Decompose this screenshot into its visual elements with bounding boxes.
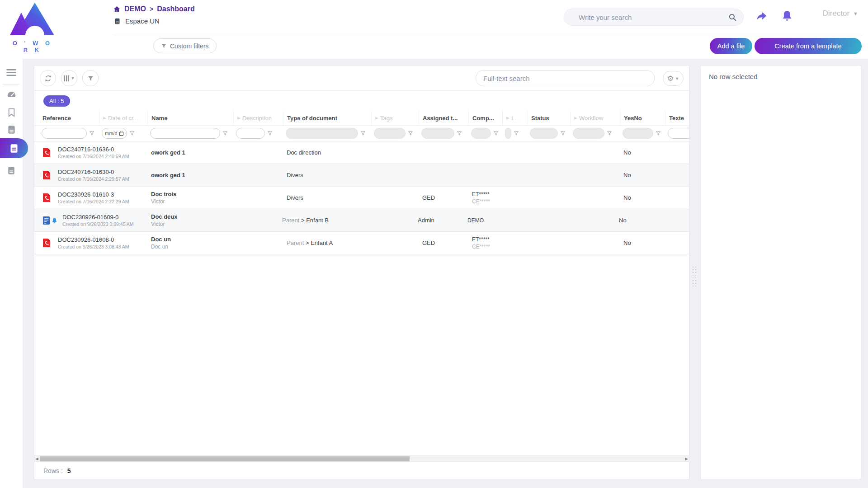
bookmark-icon <box>8 108 15 117</box>
notifications-button[interactable] <box>779 8 795 23</box>
filter-funnel-icon[interactable] <box>222 131 228 136</box>
all-rows-badge[interactable]: All : 5 <box>43 95 70 107</box>
breadcrumb-current[interactable]: Dashboard <box>157 5 195 13</box>
page: O ' W O R K DEMO > Dashboard Espace UN <box>0 0 868 488</box>
fulltext-search-input[interactable] <box>483 75 647 82</box>
horizontal-scrollbar[interactable]: ◀ ▶ <box>34 455 689 461</box>
columns-button[interactable]: ▼ <box>61 70 77 86</box>
global-search-input[interactable] <box>579 14 728 21</box>
table-row[interactable]: DOC240716-01630-0 Created on 7/16/2024 2… <box>34 164 689 187</box>
filter-funnel-icon <box>87 75 94 82</box>
filter-funnel-icon[interactable] <box>89 131 94 136</box>
hamburger-menu-icon <box>6 69 16 76</box>
column-header-type[interactable]: Type of document <box>283 111 371 125</box>
view-tabs: All : 5 <box>34 91 689 111</box>
sidebar-item-archive[interactable] <box>0 164 23 177</box>
create-from-template-button[interactable]: Create from a template <box>755 38 862 54</box>
yesno-value: No <box>620 172 665 178</box>
yesno-value: No <box>620 149 665 156</box>
document-name-sub: Victor <box>151 221 229 227</box>
user-role-label: Director <box>823 9 850 18</box>
share-button[interactable] <box>754 8 769 23</box>
column-header-description[interactable]: ▶ Description <box>233 111 283 125</box>
document-created-date: Created on 7/16/2024 2:22:29 AM <box>58 199 129 204</box>
sidebar-item-documents[interactable] <box>0 123 23 136</box>
document-type: Doc direction <box>287 149 321 156</box>
filter-input-company-disabled <box>471 128 491 139</box>
filter-input-date[interactable]: mm/d <box>102 128 127 139</box>
app-logo[interactable]: O ' W O R K <box>7 3 58 53</box>
yesno-value: No <box>620 239 665 246</box>
scrollbar-thumb[interactable] <box>40 456 410 461</box>
table-row[interactable]: DOC240716-01636-0 Created on 7/16/2024 2… <box>34 141 689 164</box>
filter-funnel-icon[interactable] <box>493 131 499 136</box>
filter-funnel-icon[interactable] <box>607 131 612 136</box>
filter-funnel-icon[interactable] <box>408 131 413 136</box>
document-name: Doc trois <box>151 191 233 197</box>
company-line1: ET***** <box>472 191 502 197</box>
add-file-button[interactable]: Add a file <box>710 38 752 54</box>
column-header-assigned[interactable]: Assigned t... <box>419 111 468 125</box>
pdf-file-icon <box>42 148 51 157</box>
document-reference: DOC240716-01630-0 <box>58 169 129 175</box>
column-header-yesno[interactable]: YesNo <box>620 111 665 125</box>
notification-bell-icon <box>52 217 57 224</box>
column-header-date[interactable]: ▶ Date of cr... <box>99 111 147 125</box>
filter-funnel-icon[interactable] <box>514 131 519 136</box>
book-icon <box>114 18 121 25</box>
filter-input-reference[interactable] <box>42 128 87 139</box>
document-reference: DOC240716-01636-0 <box>58 146 129 153</box>
chevron-down-icon: ▼ <box>71 76 75 80</box>
workspace-name: Espace UN <box>125 17 160 25</box>
column-header-tags[interactable]: ▶ Tags <box>371 111 419 125</box>
document-created-date: Created on 9/26/2023 3:09:45 AM <box>62 221 134 227</box>
left-sidebar <box>0 59 23 488</box>
calendar-icon <box>119 131 124 136</box>
svg-text:w: w <box>44 221 47 225</box>
refresh-button[interactable] <box>40 70 56 86</box>
sidebar-menu-toggle[interactable] <box>0 66 23 80</box>
sidebar-item-bookmarks[interactable] <box>0 106 23 119</box>
sidebar-item-dashboard[interactable] <box>0 89 23 102</box>
filter-funnel-icon[interactable] <box>129 131 135 136</box>
column-header-name[interactable]: Name <box>147 111 233 125</box>
table-settings-button[interactable]: ⚙ ▼ <box>663 71 684 86</box>
scroll-right-arrow-icon[interactable]: ▶ <box>684 456 689 462</box>
filter-input-texte[interactable] <box>668 128 689 139</box>
sidebar-item-ged-active[interactable] <box>0 138 28 158</box>
filter-input-description[interactable] <box>236 128 265 139</box>
column-header-reference[interactable]: Reference <box>39 111 99 125</box>
table-row[interactable]: w DOC230926-01609-0 Created on 9/26/2023… <box>34 209 689 232</box>
filter-funnel-icon[interactable] <box>560 131 566 136</box>
filter-funnel-icon[interactable] <box>457 131 462 136</box>
filter-funnel-icon[interactable] <box>267 131 273 136</box>
user-role-menu[interactable]: Director ▼ <box>823 9 858 18</box>
column-header-status[interactable]: Status <box>527 111 570 125</box>
document-name: owork ged 1 <box>151 149 233 156</box>
column-header-company[interactable]: Comp... <box>468 111 502 125</box>
filter-input-name[interactable] <box>150 128 220 139</box>
panel-resize-handle[interactable] <box>692 266 697 286</box>
assigned-to: Admin <box>414 217 464 224</box>
table-row[interactable]: DOC230926-01608-0 Created on 9/26/2023 3… <box>34 232 689 254</box>
table-row[interactable]: DOC230926-01610-3 Created on 7/16/2024 2… <box>34 187 689 209</box>
filter-button[interactable] <box>82 70 99 86</box>
document-created-date: Created on 7/16/2024 2:40:59 AM <box>58 154 129 159</box>
home-icon[interactable] <box>113 5 121 13</box>
document-type: > Enfant A <box>306 239 333 246</box>
filter-funnel-icon[interactable] <box>360 131 366 136</box>
mountain-logo-icon <box>9 3 56 37</box>
filter-funnel-icon[interactable] <box>656 131 661 136</box>
custom-filters-button[interactable]: Custom filters <box>153 38 217 53</box>
column-header-workflow[interactable]: ▶ Workflow <box>570 111 620 125</box>
column-header-i[interactable]: ▶ I... <box>502 111 527 125</box>
scroll-left-arrow-icon[interactable]: ◀ <box>34 456 39 462</box>
breadcrumb-root[interactable]: DEMO <box>124 5 146 13</box>
logo-text: O ' W O R K <box>7 40 58 53</box>
document-type-parent: Parent <box>282 217 299 224</box>
book-alt-icon <box>7 166 15 175</box>
filter-input-yesno-disabled <box>623 128 653 139</box>
column-header-texte[interactable]: Texte <box>665 111 689 125</box>
document-reference: DOC230926-01610-3 <box>58 191 129 198</box>
search-icon[interactable] <box>728 13 737 22</box>
